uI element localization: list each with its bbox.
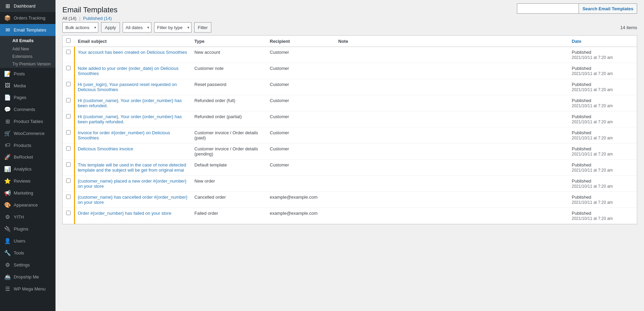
email-subject-link[interactable]: Hi {customer_name}, Your order {order_nu…	[78, 114, 182, 124]
status-badge: Published	[572, 114, 591, 119]
sidebar-item-email-templates[interactable]: ✉ Email Templates	[0, 24, 55, 36]
sidebar-item-label: Email Templates	[14, 27, 46, 33]
dashboard-icon: ⊞	[4, 3, 11, 9]
recipient-cell: Customer	[267, 63, 335, 79]
sidebar-item-media[interactable]: 🖼 Media	[0, 80, 55, 91]
type-cell: Default template	[191, 160, 267, 176]
email-subject-link[interactable]: Invoice for order #{order_number} on Del…	[78, 130, 170, 140]
sidebar-item-tools[interactable]: 🔧 Tools	[0, 247, 55, 259]
select-all-checkbox[interactable]	[66, 38, 71, 43]
row-checkbox[interactable]	[66, 195, 71, 199]
note-cell	[335, 176, 569, 192]
sidebar-sub-add-new[interactable]: Add New	[0, 45, 55, 53]
filter-button[interactable]: Filter	[194, 22, 212, 33]
email-subject-link[interactable]: Note added to your order {order_date} on…	[78, 66, 178, 76]
email-subject-link[interactable]: Order #{order_number} has failed on your…	[78, 211, 171, 216]
bulk-actions-select[interactable]: Bulk actions	[62, 22, 98, 33]
recipient-cell: example@example.com	[267, 208, 335, 224]
search-input[interactable]	[517, 3, 579, 14]
email-subject-link[interactable]: {customer_name} placed a new order #{ord…	[78, 178, 186, 189]
th-note: Note	[335, 36, 569, 47]
sidebar-item-pages[interactable]: 📄 Pages	[0, 91, 55, 103]
sidebar-item-label: Analytics	[14, 166, 32, 172]
sidebar-item-comments[interactable]: 💬 Comments	[0, 103, 55, 115]
th-date[interactable]: Date	[568, 36, 637, 47]
date-cell: Published2021/10/11 at 7:20 am	[568, 47, 637, 63]
subject-cell: Hi {customer_name}, Your order {order_nu…	[75, 111, 191, 127]
sidebar-item-woocommerce[interactable]: 🛒 WooCommerce	[0, 127, 55, 139]
row-checkbox[interactable]	[66, 146, 71, 151]
sidebar-item-users[interactable]: 👤 Users	[0, 235, 55, 247]
appearance-icon: 🎨	[4, 202, 11, 208]
recipient-cell: Customer	[267, 95, 335, 111]
sidebar: ⊞ Dashboard 📦 Orders Tracking ✉ Email Te…	[0, 0, 55, 311]
apply-button[interactable]: Apply	[101, 22, 120, 33]
row-checkbox[interactable]	[66, 82, 71, 86]
date-cell: Published2021/10/11 at 7:20 am	[568, 63, 637, 79]
status-link-published[interactable]: Published (14)	[83, 16, 112, 21]
sidebar-item-product-tables[interactable]: ⊞ Product Tables	[0, 115, 55, 127]
sidebar-item-label: Comments	[14, 107, 35, 112]
sidebar-item-marketing[interactable]: 📢 Marketing	[0, 187, 55, 199]
email-subject-link[interactable]: This template will be used in the case o…	[78, 162, 186, 173]
sidebar-item-appearance[interactable]: 🎨 Appearance	[0, 199, 55, 211]
sidebar-item-dashboard[interactable]: ⊞ Dashboard	[0, 0, 55, 12]
table-row: {customer_name} placed a new order #{ord…	[63, 176, 637, 192]
sidebar-item-dropship-me[interactable]: 🚢 Dropship Me	[0, 271, 55, 283]
sidebar-item-label: WP Mega Menu	[14, 286, 46, 291]
email-subject-link[interactable]: Delicious Smoothies invoice	[78, 146, 133, 151]
row-checkbox[interactable]	[66, 66, 71, 70]
comments-icon: 💬	[4, 106, 11, 113]
sidebar-item-label: YITH	[14, 214, 24, 220]
date-value: 2021/10/11 at 7:20 am	[572, 168, 613, 173]
filter-bar: Bulk actions Apply All dates Filter by t…	[55, 22, 644, 35]
recipient-cell	[267, 176, 335, 192]
sidebar-item-posts[interactable]: 📝 Posts	[0, 68, 55, 80]
sidebar-sub-try-premium[interactable]: Try Premium Version	[0, 60, 55, 68]
row-checkbox[interactable]	[66, 130, 71, 135]
status-separator: |	[79, 16, 80, 21]
sidebar-item-label: Users	[14, 238, 25, 244]
email-subject-link[interactable]: Hi {customer_name}, Your order {order_nu…	[78, 98, 182, 108]
sidebar-item-orders-tracking[interactable]: 📦 Orders Tracking	[0, 12, 55, 24]
date-cell: Published2021/10/11 at 7:20 am	[568, 95, 637, 111]
row-checkbox[interactable]	[66, 114, 71, 119]
row-checkbox[interactable]	[66, 162, 71, 167]
sidebar-sub-all-emails[interactable]: All Emails	[0, 36, 55, 45]
sidebar-item-label: Plugins	[14, 226, 28, 232]
row-checkbox[interactable]	[66, 50, 71, 54]
sidebar-item-yith[interactable]: ⚙ YITH	[0, 211, 55, 223]
row-checkbox[interactable]	[66, 211, 71, 215]
marketing-icon: 📢	[4, 190, 11, 196]
date-cell: Published2021/10/11 at 7:20 am	[568, 144, 637, 160]
products-icon: 🏷	[4, 142, 11, 148]
status-link-all[interactable]: All (14)	[62, 16, 76, 21]
table-header-row: Email subject Type Recipient Note Date	[63, 36, 637, 47]
status-badge: Published	[572, 146, 591, 151]
all-dates-select[interactable]: All dates	[123, 22, 151, 33]
table-row: Hi {user_login}, Your password reset req…	[63, 79, 637, 95]
email-subject-link[interactable]: Your account has been created on Delicio…	[78, 50, 187, 55]
filter-by-type-select[interactable]: Filter by type	[154, 22, 191, 33]
status-badge: Published	[572, 178, 591, 184]
sidebar-item-wp-mega-menu[interactable]: ☰ WP Mega Menu	[0, 283, 55, 295]
sidebar-item-plugins[interactable]: 🔌 Plugins	[0, 223, 55, 235]
sidebar-sub-extensions[interactable]: Extensions	[0, 53, 55, 60]
email-subject-link[interactable]: {customer_name} has cancelled order #{or…	[78, 195, 187, 205]
email-subject-link[interactable]: Hi {user_login}, Your password reset req…	[78, 82, 177, 92]
sidebar-item-berocket[interactable]: 🚀 BeRocket	[0, 151, 55, 163]
media-icon: 🖼	[4, 83, 11, 89]
sidebar-item-reviews[interactable]: ⭐ Reviews	[0, 175, 55, 187]
row-checkbox[interactable]	[66, 178, 71, 183]
date-value: 2021/10/11 at 7:20 am	[572, 216, 613, 221]
bulk-actions-wrapper: Bulk actions	[62, 22, 98, 33]
main-content: Email Templates Search Email Templates A…	[55, 0, 644, 311]
row-checkbox[interactable]	[66, 98, 71, 102]
email-templates-table-wrapper: Email subject Type Recipient Note Date Y…	[62, 35, 637, 224]
sidebar-item-analytics[interactable]: 📊 Analytics	[0, 163, 55, 175]
note-cell	[335, 95, 569, 111]
sidebar-item-products[interactable]: 🏷 Products	[0, 139, 55, 151]
sidebar-item-settings[interactable]: ⚙ Settings	[0, 259, 55, 271]
search-button[interactable]: Search Email Templates	[579, 3, 637, 14]
subject-cell: Hi {user_login}, Your password reset req…	[75, 79, 191, 95]
